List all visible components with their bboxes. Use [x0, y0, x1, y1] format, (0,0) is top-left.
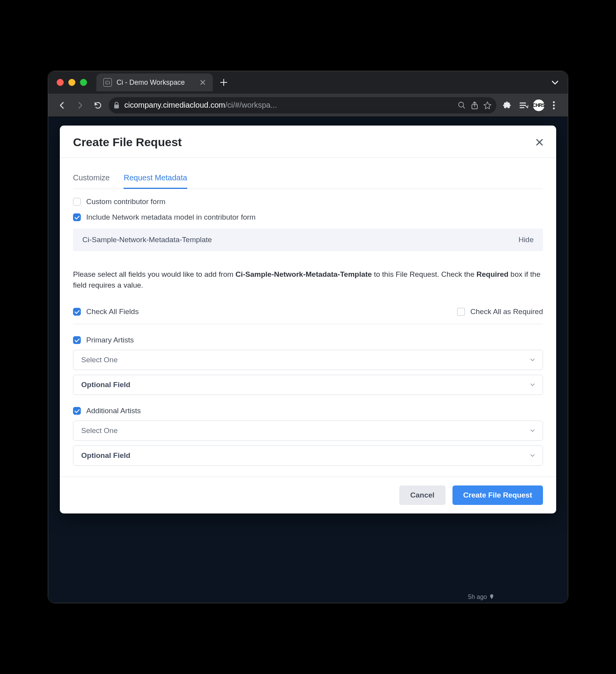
field-checkbox[interactable]: [73, 407, 81, 415]
optional-field-label: Optional Field: [81, 381, 131, 389]
url-text: cicompany.cimediacloud.com/ci/#/workspa.…: [124, 101, 453, 110]
create-file-request-modal: Create File Request Customize Request Me…: [60, 126, 556, 513]
pin-icon: [489, 594, 494, 600]
new-tab-button[interactable]: [213, 79, 235, 86]
check-all-required-label: Check All as Required: [470, 307, 543, 316]
url-path: /ci/#/workspa...: [225, 101, 277, 109]
hide-template-button[interactable]: Hide: [519, 236, 534, 244]
field-value-select[interactable]: Select One: [73, 421, 543, 441]
include-network-metadata-row: Include Network metadata model in contri…: [73, 213, 543, 222]
chevron-down-icon: [530, 454, 535, 457]
close-tab-icon[interactable]: [198, 78, 207, 87]
profile-avatar[interactable]: CHRS: [533, 100, 545, 111]
background-timestamp: 5h ago: [468, 594, 494, 601]
check-all-required-group: Check All as Required: [457, 307, 543, 316]
custom-contributor-form-checkbox[interactable]: [73, 198, 81, 206]
menu-icon[interactable]: [547, 98, 561, 112]
tabs-dropdown-icon[interactable]: [552, 80, 559, 85]
field-required-select[interactable]: Optional Field: [73, 375, 543, 395]
window-controls: [57, 79, 87, 86]
back-button[interactable]: [55, 98, 69, 112]
url-host: cicompany.cimediacloud.com: [124, 101, 225, 109]
address-bar[interactable]: cicompany.cimediacloud.com/ci/#/workspa.…: [109, 97, 496, 113]
page-viewport: Create File Request Customize Request Me…: [48, 117, 568, 603]
instruction-prefix: Please select all fields you would like …: [73, 270, 235, 278]
instruction-template: Ci-Sample-Network-Metadata-Template: [235, 270, 372, 278]
chevron-down-icon: [530, 429, 535, 432]
tab-title: Ci - Demo Workspace: [117, 79, 185, 87]
check-all-required-checkbox[interactable]: [457, 308, 465, 316]
field-label: Primary Artists: [86, 336, 134, 344]
instruction-required: Required: [477, 270, 508, 278]
timestamp-text: 5h ago: [468, 594, 487, 601]
extensions-icon[interactable]: [500, 98, 514, 112]
tab-favicon: Ci: [103, 78, 112, 87]
template-name: Ci-Sample-Network-Metadata-Template: [82, 236, 212, 244]
toolbar-actions: CHRS: [500, 98, 561, 112]
field-value-select[interactable]: Select One: [73, 350, 543, 370]
tab-customize[interactable]: Customize: [73, 173, 110, 189]
browser-toolbar: cicompany.cimediacloud.com/ci/#/workspa.…: [48, 94, 568, 117]
modal-header: Create File Request: [60, 126, 556, 158]
bookmark-icon[interactable]: [483, 101, 492, 110]
minimize-window[interactable]: [68, 79, 75, 86]
chevron-down-icon: [530, 383, 535, 386]
svg-rect-0: [114, 105, 119, 108]
field-primary-artists: Primary Artists Select One Optional Fiel…: [73, 336, 543, 395]
modal-footer: Cancel Create File Request: [60, 477, 556, 513]
browser-tab[interactable]: Ci Ci - Demo Workspace: [96, 73, 213, 91]
field-header: Primary Artists: [73, 336, 543, 344]
include-network-metadata-label: Include Network metadata model in contri…: [86, 213, 256, 222]
modal-title: Create File Request: [73, 136, 182, 149]
reading-list-icon[interactable]: [517, 98, 531, 112]
forward-button[interactable]: [73, 98, 87, 112]
field-checkbox[interactable]: [73, 336, 81, 344]
field-additional-artists: Additional Artists Select One Optional F…: [73, 407, 543, 466]
close-window[interactable]: [57, 79, 64, 86]
cancel-button[interactable]: Cancel: [399, 485, 445, 505]
svg-point-5: [553, 107, 555, 109]
svg-point-3: [553, 101, 555, 103]
close-icon[interactable]: [536, 139, 543, 146]
field-label: Additional Artists: [86, 407, 141, 415]
chevron-down-icon: [530, 358, 535, 361]
custom-contributor-form-row: Custom contributor form: [73, 197, 543, 206]
create-file-request-button[interactable]: Create File Request: [452, 485, 543, 505]
field-required-select[interactable]: Optional Field: [73, 445, 543, 466]
check-all-fields-group: Check All Fields: [73, 307, 139, 316]
select-placeholder: Select One: [81, 356, 118, 364]
select-placeholder: Select One: [81, 426, 118, 435]
include-network-metadata-checkbox[interactable]: [73, 213, 81, 221]
tab-request-metadata[interactable]: Request Metadata: [124, 173, 187, 189]
share-icon[interactable]: [471, 101, 479, 110]
zoom-icon[interactable]: [458, 101, 466, 110]
svg-point-4: [553, 104, 555, 106]
modal-body: Customize Request Metadata Custom contri…: [60, 158, 556, 477]
instruction-mid: to this File Request. Check the: [372, 270, 476, 278]
modal-tabs: Customize Request Metadata: [73, 173, 543, 189]
optional-field-label: Optional Field: [81, 451, 131, 460]
lock-icon: [113, 102, 120, 109]
check-all-fields-label: Check All Fields: [86, 307, 139, 316]
field-header: Additional Artists: [73, 407, 543, 415]
browser-window: Ci Ci - Demo Workspace cicom: [48, 71, 568, 603]
template-bar: Ci-Sample-Network-Metadata-Template Hide: [73, 229, 543, 251]
custom-contributor-form-label: Custom contributor form: [86, 197, 165, 206]
tab-strip: Ci Ci - Demo Workspace: [48, 71, 568, 94]
check-all-row: Check All Fields Check All as Required: [73, 307, 543, 324]
maximize-window[interactable]: [80, 79, 87, 86]
check-all-fields-checkbox[interactable]: [73, 308, 81, 316]
reload-button[interactable]: [91, 98, 105, 112]
instruction-text: Please select all fields you would like …: [73, 269, 543, 290]
